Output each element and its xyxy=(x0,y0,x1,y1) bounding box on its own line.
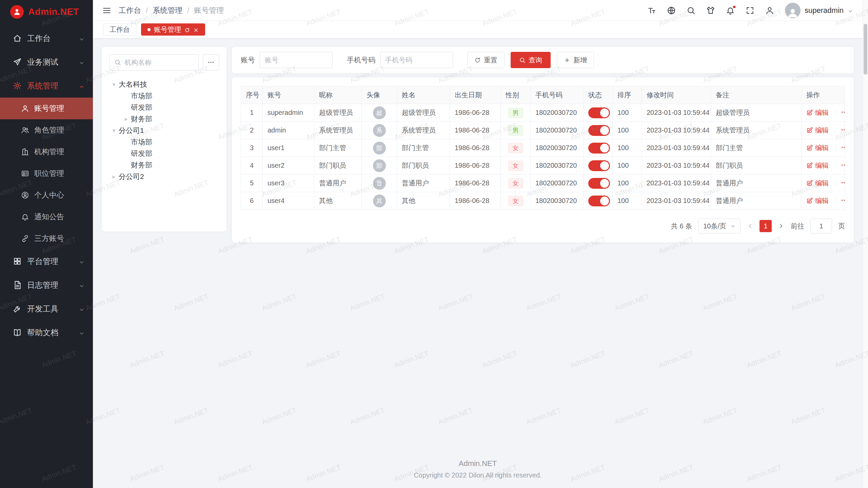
breadcrumb-item[interactable]: 系统管理 xyxy=(153,5,182,16)
status-toggle[interactable] xyxy=(588,160,610,171)
cell-remark: 普通用户 xyxy=(711,192,802,210)
phone-input[interactable] xyxy=(380,52,453,68)
edit-button[interactable]: 编辑 xyxy=(806,161,829,170)
status-toggle[interactable] xyxy=(588,196,610,206)
caret-down-icon[interactable]: ▾ xyxy=(109,81,119,88)
menu-item-platform[interactable]: 平台管理 xyxy=(0,249,93,273)
menu-item-business-test[interactable]: 业务测试 xyxy=(0,50,93,74)
menu-label: 系统管理 xyxy=(27,81,79,91)
font-size-icon[interactable] xyxy=(647,6,656,15)
close-icon[interactable] xyxy=(193,27,199,32)
status-toggle[interactable] xyxy=(588,143,610,154)
cell-sort: 100 xyxy=(613,192,642,210)
row-avatar: 系 xyxy=(373,124,386,137)
cell-no: 6 xyxy=(241,192,263,210)
org-tree: ▾ 大名科技 市场部 研发部 ▸ 财务部 xyxy=(109,79,219,182)
app-root: Admin.NET 工作台 业务测试 系统管理 账号管理 xyxy=(0,0,868,488)
phone-field[interactable] xyxy=(385,56,448,64)
cell-sort: 100 xyxy=(613,104,642,122)
account-field[interactable] xyxy=(265,56,328,64)
more-actions-button[interactable] xyxy=(835,161,845,169)
chevron-down-icon xyxy=(730,224,735,229)
tab-account-active[interactable]: 账号管理 xyxy=(141,23,205,36)
submenu-item-thirdparty[interactable]: 三方账号 xyxy=(0,228,93,249)
tree-node[interactable]: 财务部 xyxy=(109,159,219,171)
edit-button[interactable]: 编辑 xyxy=(806,126,829,135)
hamburger-menu-icon[interactable] xyxy=(102,6,111,15)
more-actions-button[interactable] xyxy=(835,108,845,116)
goto-page-input[interactable] xyxy=(810,219,832,233)
menu-item-system[interactable]: 系统管理 xyxy=(0,74,93,98)
lock-screen-icon[interactable] xyxy=(765,6,774,15)
org-search-input[interactable] xyxy=(109,54,199,70)
app-logo[interactable]: Admin.NET xyxy=(0,0,93,24)
tree-node[interactable]: ▾ 大名科技 xyxy=(109,79,219,90)
add-button[interactable]: 新增 xyxy=(557,52,594,68)
prev-page-button[interactable] xyxy=(747,223,753,229)
notification-bell-icon[interactable] xyxy=(726,6,735,15)
tree-node[interactable]: 市场部 xyxy=(109,136,219,148)
tree-node[interactable]: ▾ 分公司1 xyxy=(109,125,219,136)
tab-label: 工作台 xyxy=(110,25,130,34)
status-toggle[interactable] xyxy=(588,107,610,118)
org-more-button[interactable] xyxy=(203,54,219,70)
page-number-current[interactable]: 1 xyxy=(760,220,772,232)
menu-item-devtools[interactable]: 开发工具 xyxy=(0,297,93,321)
edit-button[interactable]: 编辑 xyxy=(806,196,829,205)
tree-node[interactable]: 研发部 xyxy=(109,148,219,159)
more-actions-button[interactable] xyxy=(835,179,845,186)
query-button[interactable]: 查询 xyxy=(511,52,551,68)
cell-phone: 18020030720 xyxy=(531,122,584,139)
tab-workbench[interactable]: 工作台 xyxy=(103,23,136,36)
search-icon[interactable] xyxy=(687,6,695,15)
submenu-item-notice[interactable]: 通知公告 xyxy=(0,206,93,228)
theme-icon[interactable] xyxy=(706,6,715,15)
menu-item-help[interactable]: 帮助文档 xyxy=(0,321,93,344)
edit-button[interactable]: 编辑 xyxy=(806,179,829,188)
fullscreen-icon[interactable] xyxy=(746,6,754,15)
more-actions-button[interactable] xyxy=(835,126,845,134)
cell-nickname: 超级管理员 xyxy=(314,104,362,122)
user-menu[interactable]: superadmin xyxy=(785,3,853,18)
breadcrumb-item[interactable]: 工作台 xyxy=(119,5,141,16)
language-icon[interactable] xyxy=(667,6,676,15)
refresh-icon xyxy=(474,57,481,63)
document-icon xyxy=(13,281,22,289)
tree-node[interactable]: 研发部 xyxy=(109,102,219,113)
cell-sort: 100 xyxy=(613,139,642,157)
edit-button[interactable]: 编辑 xyxy=(806,143,829,152)
org-search-field[interactable] xyxy=(124,59,194,66)
submenu-item-profile[interactable]: 个人中心 xyxy=(0,184,93,206)
scrollbar-thumb[interactable] xyxy=(864,24,867,75)
status-toggle[interactable] xyxy=(588,125,610,136)
reset-button[interactable]: 重置 xyxy=(467,52,505,68)
scrollbar[interactable] xyxy=(863,0,868,488)
status-toggle[interactable] xyxy=(588,178,610,189)
submenu-item-org[interactable]: 机构管理 xyxy=(0,141,93,163)
more-actions-button[interactable] xyxy=(835,144,845,151)
tree-node[interactable]: 市场部 xyxy=(109,90,219,102)
caret-down-icon[interactable]: ▾ xyxy=(109,127,119,134)
page-size-select[interactable]: 10条/页 xyxy=(698,219,741,233)
more-actions-button[interactable] xyxy=(835,197,845,204)
next-page-button[interactable] xyxy=(778,223,785,229)
tree-node[interactable]: ▸ 分公司2 xyxy=(109,171,219,182)
submenu-item-roles[interactable]: 角色管理 xyxy=(0,119,93,141)
caret-right-icon[interactable]: ▸ xyxy=(109,173,119,180)
menu-label: 角色管理 xyxy=(34,125,93,135)
account-input[interactable] xyxy=(260,52,333,68)
refresh-icon[interactable] xyxy=(184,27,190,32)
tree-node[interactable]: ▸ 财务部 xyxy=(109,113,219,125)
menu-item-workbench[interactable]: 工作台 xyxy=(0,26,93,50)
row-avatar: 普 xyxy=(373,177,386,190)
edit-button[interactable]: 编辑 xyxy=(806,108,829,117)
submenu-item-position[interactable]: 职位管理 xyxy=(0,163,93,184)
menu-item-logs[interactable]: 日志管理 xyxy=(0,273,93,297)
caret-right-icon[interactable]: ▸ xyxy=(121,116,131,123)
topbar-actions: superadmin xyxy=(647,3,853,18)
chevron-down-icon xyxy=(848,8,853,13)
goto-label: 前往 xyxy=(791,222,804,231)
cell-name: 普通用户 xyxy=(397,175,450,192)
submenu-item-account[interactable]: 账号管理 xyxy=(0,98,93,119)
cell-name: 其他 xyxy=(397,192,450,210)
